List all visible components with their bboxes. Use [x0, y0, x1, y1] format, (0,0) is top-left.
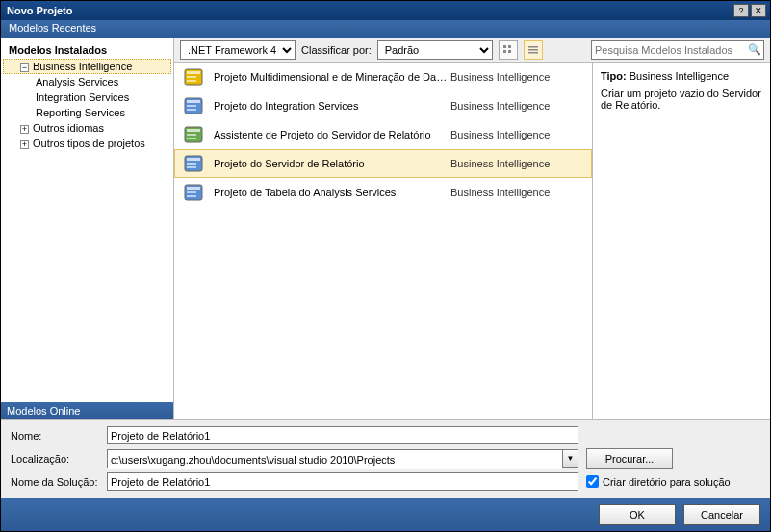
- sort-label: Classificar por:: [301, 44, 372, 56]
- main-area: Projeto Multidimensional e de Mineração …: [174, 63, 770, 419]
- svg-rect-25: [187, 191, 196, 193]
- template-icon: [181, 65, 208, 89]
- browse-button[interactable]: Procurar...: [586, 448, 673, 469]
- svg-rect-6: [528, 52, 538, 54]
- create-directory-checkbox[interactable]: [586, 475, 599, 488]
- svg-rect-10: [187, 80, 196, 82]
- installed-templates-header[interactable]: Modelos Instalados: [3, 41, 171, 59]
- create-directory-label: Criar diretório para solução: [603, 476, 731, 488]
- template-row[interactable]: Projeto de Tabela do Analysis ServicesBu…: [174, 178, 592, 207]
- category-strip: Modelos Recentes: [1, 20, 770, 38]
- svg-rect-2: [503, 50, 506, 53]
- template-category: Business Intelligence: [450, 71, 585, 83]
- svg-rect-14: [187, 109, 196, 111]
- template-name: Projeto de Tabela do Analysis Services: [214, 187, 450, 198]
- template-row[interactable]: Projeto Multidimensional e de Mineração …: [174, 63, 592, 91]
- footer: OK Cancelar: [1, 498, 770, 531]
- svg-rect-17: [187, 134, 196, 136]
- location-dropdown-button[interactable]: ▼: [562, 450, 578, 467]
- template-category: Business Intelligence: [450, 158, 585, 169]
- search-input[interactable]: [592, 41, 746, 59]
- svg-rect-16: [187, 129, 200, 132]
- svg-rect-24: [187, 187, 200, 190]
- svg-rect-0: [503, 45, 506, 48]
- svg-rect-20: [187, 158, 200, 161]
- close-button[interactable]: ✕: [751, 4, 766, 17]
- svg-rect-12: [187, 100, 200, 103]
- tree-item-other-project-types[interactable]: +Outros tipos de projetos: [3, 136, 171, 151]
- svg-rect-22: [187, 166, 196, 168]
- sort-select[interactable]: Padrão: [377, 40, 493, 60]
- bottom-form: Nome: Localização: ▼ Procurar... Nome da…: [1, 419, 770, 498]
- template-name: Assistente de Projeto do Servidor de Rel…: [214, 129, 450, 140]
- solution-label: Nome da Solução:: [11, 476, 99, 488]
- location-label: Localização:: [11, 453, 99, 465]
- framework-select[interactable]: .NET Framework 4: [180, 40, 296, 60]
- svg-rect-18: [187, 138, 196, 139]
- template-category: Business Intelligence: [450, 100, 585, 112]
- svg-rect-3: [508, 50, 511, 53]
- svg-rect-9: [187, 76, 196, 78]
- online-templates-tab[interactable]: Modelos Online: [1, 402, 173, 419]
- template-row[interactable]: Assistente de Projeto do Servidor de Rel…: [174, 120, 592, 149]
- tree-item-integration-services[interactable]: Integration Services: [3, 89, 171, 105]
- content: Modelos Instalados −Business Intelligenc…: [1, 38, 770, 419]
- tree-item-analysis-services[interactable]: Analysis Services: [3, 74, 171, 89]
- type-label: Tipo:: [601, 70, 627, 82]
- description-pane: Tipo: Business Intelligence Criar um pro…: [592, 63, 770, 419]
- view-small-icons-button[interactable]: [499, 40, 518, 60]
- search-icon[interactable]: 🔍: [746, 43, 763, 56]
- expand-icon[interactable]: +: [20, 125, 29, 134]
- template-name: Projeto do Integration Services: [214, 100, 450, 112]
- svg-rect-1: [508, 45, 511, 48]
- template-icon: [181, 152, 208, 175]
- svg-rect-8: [187, 71, 200, 74]
- svg-rect-26: [187, 195, 196, 197]
- view-list-button[interactable]: [524, 40, 543, 60]
- expand-icon[interactable]: +: [20, 140, 29, 149]
- svg-rect-5: [528, 49, 538, 51]
- template-tree: Modelos Instalados −Business Intelligenc…: [1, 38, 173, 402]
- template-row[interactable]: Projeto do Integration ServicesBusiness …: [174, 91, 592, 120]
- template-name: Projeto do Servidor de Relatório: [214, 158, 450, 169]
- template-icon: [181, 123, 208, 146]
- tree-item-other-languages[interactable]: +Outros idiomas: [3, 120, 171, 136]
- template-category: Business Intelligence: [450, 187, 585, 198]
- type-value: Business Intelligence: [630, 70, 729, 82]
- location-input[interactable]: [108, 450, 562, 469]
- titlebar: Novo Projeto ? ✕: [1, 1, 770, 20]
- template-category: Business Intelligence: [450, 129, 585, 140]
- tree-item-business-intelligence[interactable]: −Business Intelligence: [3, 59, 171, 74]
- sidebar: Modelos Instalados −Business Intelligenc…: [1, 38, 174, 419]
- svg-rect-21: [187, 163, 196, 165]
- template-icon: [181, 181, 208, 204]
- description-text: Criar um projeto vazio do Servidor de Re…: [601, 88, 762, 111]
- collapse-icon[interactable]: −: [20, 63, 29, 72]
- template-name: Projeto Multidimensional e de Mineração …: [214, 71, 450, 83]
- svg-rect-4: [528, 46, 538, 48]
- template-icon: [181, 94, 208, 117]
- cancel-button[interactable]: Cancelar: [683, 504, 760, 525]
- toolbar: .NET Framework 4 Classificar por: Padrão…: [174, 38, 770, 63]
- svg-rect-13: [187, 105, 196, 107]
- tree-item-label: Outros idiomas: [33, 122, 104, 134]
- tree-item-label: Outros tipos de projetos: [33, 138, 145, 149]
- tree-item-reporting-services[interactable]: Reporting Services: [3, 105, 171, 120]
- name-label: Nome:: [11, 430, 99, 442]
- window-title: Novo Projeto: [5, 5, 732, 16]
- help-button[interactable]: ?: [733, 4, 749, 17]
- recent-templates-tab[interactable]: Modelos Recentes: [1, 20, 174, 38]
- tree-item-label: Business Intelligence: [33, 61, 132, 72]
- template-list: Projeto Multidimensional e de Mineração …: [174, 63, 592, 419]
- template-row[interactable]: Projeto do Servidor de RelatórioBusiness…: [174, 149, 592, 178]
- ok-button[interactable]: OK: [599, 504, 676, 525]
- solution-input[interactable]: [107, 472, 578, 491]
- name-input[interactable]: [107, 426, 578, 444]
- search-box[interactable]: 🔍: [591, 40, 764, 60]
